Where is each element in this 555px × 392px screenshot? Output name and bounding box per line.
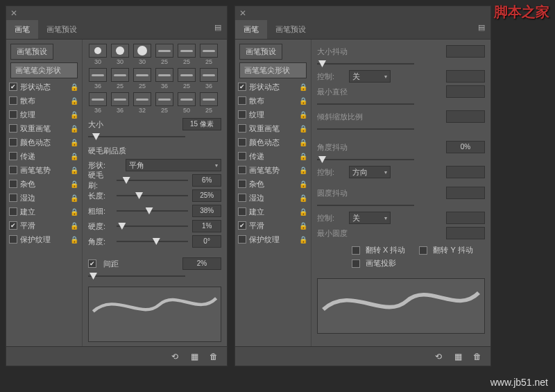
lock-icon[interactable]: 🔒 xyxy=(69,83,79,91)
sidebar-item[interactable]: 颜色动态🔒 xyxy=(237,135,309,149)
checkbox[interactable] xyxy=(9,221,17,230)
checkbox[interactable] xyxy=(238,124,246,133)
lock-icon[interactable]: 🔒 xyxy=(69,180,79,188)
brush-thumb[interactable]: 25 xyxy=(199,92,219,114)
trash-icon[interactable]: 🗑 xyxy=(207,350,220,363)
sidebar-item[interactable]: 纹理🔒 xyxy=(8,108,80,121)
angle-jitter-value[interactable]: 0% xyxy=(446,141,485,153)
checkbox[interactable] xyxy=(238,110,246,119)
checkbox[interactable] xyxy=(238,235,246,244)
lock-icon[interactable]: 🔒 xyxy=(298,208,308,216)
sidebar-item[interactable]: 形状动态🔒 xyxy=(8,80,80,94)
size-slider[interactable] xyxy=(88,132,185,142)
close-icon[interactable]: ✕ xyxy=(10,8,17,18)
flipy-checkbox[interactable] xyxy=(419,246,427,255)
panel-menu-icon[interactable]: ▤ xyxy=(209,20,227,39)
lock-icon[interactable]: 🔒 xyxy=(69,167,79,174)
preset-btn[interactable]: 画笔预设 xyxy=(239,44,282,60)
sidebar-item[interactable]: 保护纹理🔒 xyxy=(237,232,309,246)
checkbox[interactable] xyxy=(9,110,17,119)
lock-icon[interactable]: 🔒 xyxy=(69,111,79,119)
checkbox[interactable] xyxy=(9,96,17,105)
control3-select[interactable]: 关▾ xyxy=(349,212,391,224)
lock-icon[interactable]: 🔒 xyxy=(69,125,79,133)
checkbox[interactable] xyxy=(238,221,246,230)
sidebar-item[interactable]: 建立🔒 xyxy=(8,205,80,219)
lock-icon[interactable]: 🔒 xyxy=(298,194,308,202)
spacing-slider[interactable] xyxy=(88,271,185,281)
tip-shape-btn[interactable]: 画笔笔尖形状 xyxy=(10,62,78,78)
brush-thumb[interactable]: 50 xyxy=(177,92,196,114)
sidebar-item[interactable]: 画笔笔势🔒 xyxy=(8,163,80,177)
checkbox[interactable] xyxy=(9,124,17,133)
preset-btn[interactable]: 画笔预设 xyxy=(10,44,53,60)
brush-thumb[interactable]: 36 xyxy=(199,68,219,90)
brush-thumb[interactable]: 36 xyxy=(88,92,108,114)
brush-thumb[interactable]: 25 xyxy=(110,68,130,90)
checkbox[interactable] xyxy=(9,180,17,188)
slider[interactable] xyxy=(117,206,188,216)
sidebar-item[interactable]: 双重画笔🔒 xyxy=(237,121,309,135)
tab-brush[interactable]: 画笔 xyxy=(6,20,38,39)
toggle-preview-icon[interactable]: ⟲ xyxy=(432,350,445,363)
brush-thumb[interactable]: 32 xyxy=(133,92,152,114)
lock-icon[interactable]: 🔒 xyxy=(298,167,308,174)
tip-shape-btn[interactable]: 画笔笔尖形状 xyxy=(239,62,307,78)
checkbox[interactable] xyxy=(9,235,17,244)
lock-icon[interactable]: 🔒 xyxy=(298,222,308,230)
lock-icon[interactable]: 🔒 xyxy=(298,139,308,146)
size-jitter-value[interactable] xyxy=(446,45,485,58)
checkbox[interactable] xyxy=(238,180,246,188)
slider[interactable] xyxy=(117,191,188,201)
brush-thumb[interactable]: 25 xyxy=(199,44,219,65)
checkbox[interactable] xyxy=(9,83,17,91)
sidebar-item[interactable]: 建立🔒 xyxy=(237,205,309,219)
flipx-checkbox[interactable] xyxy=(352,246,360,255)
checkbox[interactable] xyxy=(238,138,246,146)
brush-thumb[interactable]: 25 xyxy=(177,68,196,90)
lock-icon[interactable]: 🔒 xyxy=(298,111,308,119)
checkbox[interactable] xyxy=(9,207,17,216)
lock-icon[interactable]: 🔒 xyxy=(69,153,79,160)
lock-icon[interactable]: 🔒 xyxy=(298,153,308,160)
brush-thumb[interactable]: 36 xyxy=(110,92,130,114)
brush-thumb[interactable]: 25 xyxy=(133,68,152,90)
sidebar-item[interactable]: 杂色🔒 xyxy=(237,177,309,191)
size-jitter-slider[interactable] xyxy=(317,59,414,69)
lock-icon[interactable]: 🔒 xyxy=(298,180,308,188)
sidebar-item[interactable]: 保护纹理🔒 xyxy=(8,232,80,246)
brush-thumb[interactable]: 25 xyxy=(155,44,174,65)
shape-select[interactable]: 平角▾ xyxy=(126,159,221,171)
brush-thumb[interactable]: 30 xyxy=(133,44,152,65)
trash-icon[interactable]: 🗑 xyxy=(471,350,484,363)
lock-icon[interactable]: 🔒 xyxy=(69,194,79,202)
new-preset-icon[interactable]: ▦ xyxy=(188,350,200,363)
sidebar-item[interactable]: 形状动态🔒 xyxy=(237,80,309,94)
lock-icon[interactable]: 🔒 xyxy=(298,125,308,133)
checkbox[interactable] xyxy=(238,152,246,160)
checkbox[interactable] xyxy=(238,166,246,174)
sidebar-item[interactable]: 散布🔒 xyxy=(8,94,80,108)
tab-preset[interactable]: 画笔预设 xyxy=(267,20,314,39)
tab-preset[interactable]: 画笔预设 xyxy=(38,20,85,39)
sidebar-item[interactable]: 传递🔒 xyxy=(237,149,309,163)
sidebar-item[interactable]: 传递🔒 xyxy=(8,149,80,163)
lock-icon[interactable]: 🔒 xyxy=(298,83,308,91)
sidebar-item[interactable]: 湿边🔒 xyxy=(8,191,80,205)
lock-icon[interactable]: 🔒 xyxy=(69,236,79,244)
tab-brush[interactable]: 画笔 xyxy=(235,20,267,39)
sidebar-item[interactable]: 双重画笔🔒 xyxy=(8,121,80,135)
slider[interactable] xyxy=(117,237,188,246)
brush-thumb[interactable]: 25 xyxy=(155,92,174,114)
brush-thumb[interactable]: 30 xyxy=(110,44,130,65)
checkbox[interactable] xyxy=(238,83,246,91)
sidebar-item[interactable]: 平滑🔒 xyxy=(237,219,309,232)
spacing-value[interactable]: 2% xyxy=(182,257,221,270)
lock-icon[interactable]: 🔒 xyxy=(298,236,308,244)
spacing-checkbox[interactable] xyxy=(88,259,96,268)
brush-thumb[interactable]: 30 xyxy=(88,44,108,65)
control2-select[interactable]: 方向▾ xyxy=(349,166,391,178)
panel-menu-icon[interactable]: ▤ xyxy=(472,20,490,39)
checkbox[interactable] xyxy=(9,138,17,146)
sidebar-item[interactable]: 散布🔒 xyxy=(237,94,309,108)
